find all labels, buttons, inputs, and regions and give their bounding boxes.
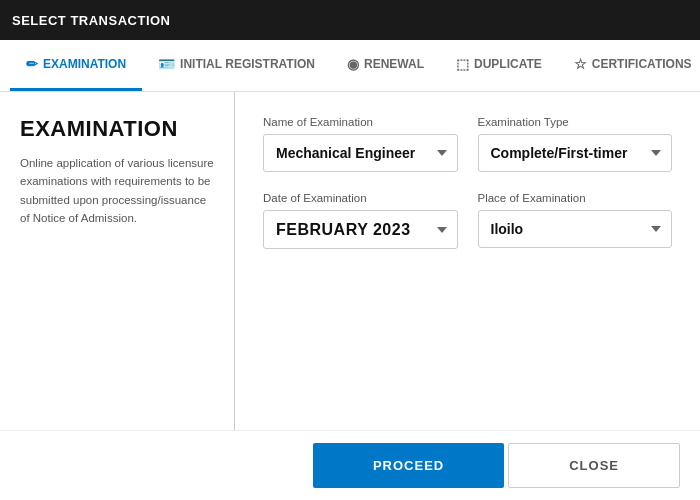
place-of-examination-group: Place of Examination Iloilo Manila Cebu … bbox=[478, 192, 673, 249]
date-of-examination-group: Date of Examination FEBRUARY 2023 MARCH … bbox=[263, 192, 458, 249]
body-area: EXAMINATION Online application of variou… bbox=[0, 92, 700, 430]
tab-certifications[interactable]: ☆ CERTIFICATIONS bbox=[558, 40, 700, 91]
bottom-bar: PROCEED CLOSE bbox=[0, 430, 700, 500]
form-row-1: Name of Examination Mechanical Engineer … bbox=[263, 116, 672, 172]
right-panel: Name of Examination Mechanical Engineer … bbox=[235, 92, 700, 430]
select-transaction-label: SELECT TRANSACTION bbox=[12, 13, 171, 28]
name-of-examination-select[interactable]: Mechanical Engineer Civil Engineer Elect… bbox=[263, 134, 458, 172]
place-of-examination-label: Place of Examination bbox=[478, 192, 673, 204]
examination-description: Online application of various licensure … bbox=[20, 154, 214, 228]
proceed-button[interactable]: PROCEED bbox=[313, 443, 504, 488]
tab-initial-registration[interactable]: 🪪 INITIAL REGISTRATION bbox=[142, 40, 331, 91]
main-content: ✏ EXAMINATION 🪪 INITIAL REGISTRATION ◉ R… bbox=[0, 40, 700, 500]
duplicate-icon: ⬚ bbox=[456, 56, 469, 72]
tab-duplicate[interactable]: ⬚ DUPLICATE bbox=[440, 40, 558, 91]
name-of-examination-group: Name of Examination Mechanical Engineer … bbox=[263, 116, 458, 172]
tab-renewal[interactable]: ◉ RENEWAL bbox=[331, 40, 440, 91]
examination-type-group: Examination Type Complete/First-timer Re… bbox=[478, 116, 673, 172]
close-button[interactable]: CLOSE bbox=[508, 443, 680, 488]
pencil-icon: ✏ bbox=[26, 56, 38, 72]
date-of-examination-label: Date of Examination bbox=[263, 192, 458, 204]
name-of-examination-label: Name of Examination bbox=[263, 116, 458, 128]
form-row-2: Date of Examination FEBRUARY 2023 MARCH … bbox=[263, 192, 672, 249]
tabs-container: ✏ EXAMINATION 🪪 INITIAL REGISTRATION ◉ R… bbox=[0, 40, 700, 92]
examination-type-select[interactable]: Complete/First-timer Removal Re-examinat… bbox=[478, 134, 673, 172]
star-icon: ☆ bbox=[574, 56, 587, 72]
date-of-examination-select[interactable]: FEBRUARY 2023 MARCH 2023 APRIL 2023 bbox=[263, 210, 458, 249]
examination-type-label: Examination Type bbox=[478, 116, 673, 128]
tab-examination[interactable]: ✏ EXAMINATION bbox=[10, 40, 142, 91]
id-icon: 🪪 bbox=[158, 56, 175, 72]
top-bar: SELECT TRANSACTION bbox=[0, 0, 700, 40]
left-panel: EXAMINATION Online application of variou… bbox=[0, 92, 235, 430]
fingerprint-icon: ◉ bbox=[347, 56, 359, 72]
examination-title: EXAMINATION bbox=[20, 116, 214, 142]
place-of-examination-select[interactable]: Iloilo Manila Cebu Davao bbox=[478, 210, 673, 248]
